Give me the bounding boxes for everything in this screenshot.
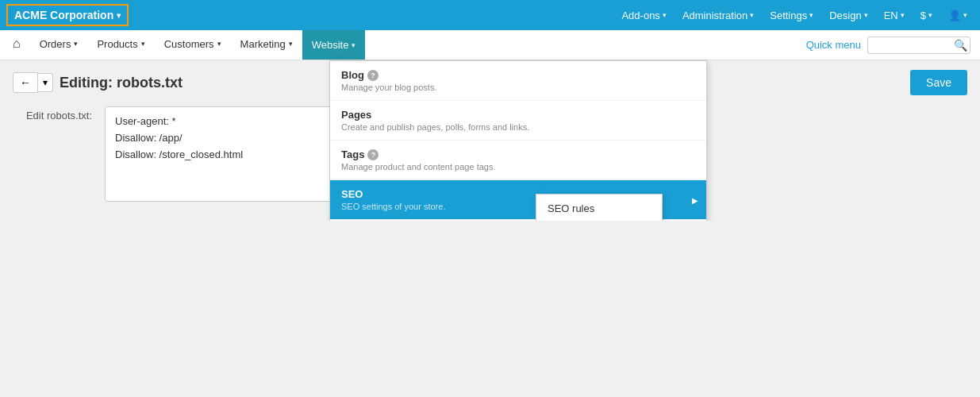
user-caret-icon: ▾ (963, 11, 967, 19)
administration-label: Administration (682, 10, 747, 21)
top-bar: ACME Corporation ▾ Add-ons ▾ Administrat… (0, 0, 980, 30)
user-icon: 👤 (948, 10, 961, 21)
seo-rules-item[interactable]: SEO rules (536, 195, 662, 221)
brand-button[interactable]: ACME Corporation ▾ (6, 4, 129, 26)
orders-caret-icon: ▾ (74, 40, 78, 48)
orders-label: Orders (40, 38, 71, 50)
home-nav-item[interactable]: ⌂ (3, 30, 30, 60)
seo-arrow-icon: ▶ (692, 195, 698, 204)
marketing-caret-icon: ▾ (289, 40, 293, 48)
blog-desc: Manage your blog posts. (341, 83, 695, 92)
marketing-label: Marketing (240, 38, 286, 50)
blog-help-icon: ? (367, 70, 379, 81)
home-icon: ⌂ (13, 37, 21, 51)
design-caret-icon: ▾ (864, 11, 868, 19)
products-label: Products (97, 38, 137, 50)
language-label: EN (884, 10, 898, 21)
page-title: Editing: robots.txt (60, 75, 183, 91)
customers-label: Customers (164, 38, 214, 50)
website-caret-icon: ▾ (352, 41, 355, 49)
language-caret-icon: ▾ (901, 11, 905, 19)
administration-caret-icon: ▾ (750, 11, 754, 19)
pages-label: Pages (341, 109, 371, 121)
seo-rules-label: SEO rules (548, 202, 594, 214)
addons-caret-icon: ▾ (663, 11, 667, 19)
nav-bar-right: Quick menu 🔍 (806, 30, 977, 60)
menu-item-pages[interactable]: Pages Create and publish pages, polls, f… (330, 101, 706, 141)
menu-item-blog[interactable]: Blog ? Manage your blog posts. (330, 61, 706, 101)
save-button[interactable]: Save (910, 70, 967, 95)
form-label: Edit robots.txt: (13, 106, 92, 121)
nav-dropdown-button[interactable]: ▾ (38, 73, 53, 92)
currency-label: $ (920, 10, 926, 21)
search-button[interactable]: 🔍 (954, 39, 967, 52)
tags-label: Tags (341, 148, 364, 160)
marketing-nav-item[interactable]: Marketing ▾ (231, 30, 302, 60)
products-caret-icon: ▾ (141, 40, 145, 48)
quick-menu-link[interactable]: Quick menu (806, 39, 861, 51)
user-menu[interactable]: 👤 ▾ (942, 6, 974, 25)
top-bar-nav: Add-ons ▾ Administration ▾ Settings ▾ De… (615, 6, 974, 25)
brand-caret-icon: ▾ (117, 11, 121, 20)
pages-desc: Create and publish pages, polls, forms a… (341, 122, 695, 132)
settings-caret-icon: ▾ (809, 11, 813, 19)
addons-menu[interactable]: Add-ons ▾ (615, 6, 672, 25)
currency-menu[interactable]: $ ▾ (914, 6, 939, 25)
settings-menu[interactable]: Settings ▾ (763, 6, 820, 25)
website-nav-item[interactable]: Website ▾ (302, 30, 366, 60)
search-wrap: 🔍 (867, 37, 970, 54)
customers-nav-item[interactable]: Customers ▾ (155, 30, 231, 60)
nav-bar: ⌂ Orders ▾ Products ▾ Customers ▾ Market… (0, 30, 980, 60)
addons-label: Add-ons (621, 10, 659, 21)
back-button[interactable]: ← (13, 72, 38, 93)
administration-menu[interactable]: Administration ▾ (676, 6, 760, 25)
language-menu[interactable]: EN ▾ (878, 6, 911, 25)
design-label: Design (829, 10, 861, 21)
design-menu[interactable]: Design ▾ (823, 6, 874, 25)
customers-caret-icon: ▾ (217, 40, 221, 48)
website-label: Website (312, 39, 349, 51)
tags-desc: Manage product and content page tags. (341, 162, 695, 172)
brand-label: ACME Corporation (14, 9, 113, 21)
seo-label: SEO (341, 188, 363, 200)
seo-submenu: SEO rules 301 redirects robots.txt (536, 194, 663, 221)
blog-label: Blog (341, 69, 364, 81)
menu-item-tags[interactable]: Tags ? Manage product and content page t… (330, 141, 706, 180)
tags-help-icon: ? (367, 149, 379, 160)
orders-nav-item[interactable]: Orders ▾ (30, 30, 88, 60)
products-nav-item[interactable]: Products ▾ (87, 30, 154, 60)
settings-label: Settings (770, 10, 807, 21)
currency-caret-icon: ▾ (928, 11, 932, 19)
